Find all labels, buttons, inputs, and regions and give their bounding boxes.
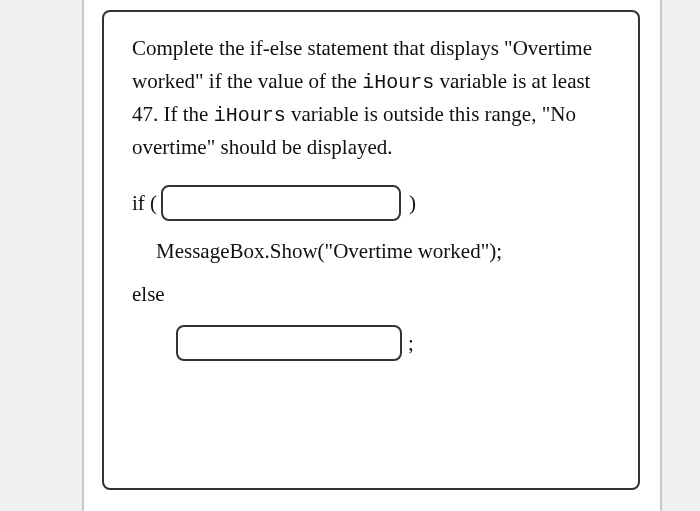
condition-input[interactable] <box>161 185 401 221</box>
if-line: if ( ) <box>132 185 610 221</box>
else-keyword: else <box>132 282 165 307</box>
question-card: Complete the if-else statement that disp… <box>102 10 640 490</box>
code-block: if ( ) MessageBox.Show("Overtime worked"… <box>132 185 610 361</box>
messagebox-line: MessageBox.Show("Overtime worked"); <box>132 239 610 264</box>
messagebox-text: MessageBox.Show("Overtime worked"); <box>156 239 502 264</box>
else-body-input[interactable] <box>176 325 402 361</box>
if-open-text: if ( <box>132 191 157 216</box>
variable-ihours-2: iHours <box>214 104 286 127</box>
page-frame: Complete the if-else statement that disp… <box>82 0 662 511</box>
else-body-line: ; <box>132 325 610 361</box>
question-text: Complete the if-else statement that disp… <box>132 32 610 163</box>
semicolon: ; <box>408 331 414 356</box>
else-line: else <box>132 282 610 307</box>
if-close-paren: ) <box>409 191 416 216</box>
variable-ihours-1: iHours <box>362 71 434 94</box>
